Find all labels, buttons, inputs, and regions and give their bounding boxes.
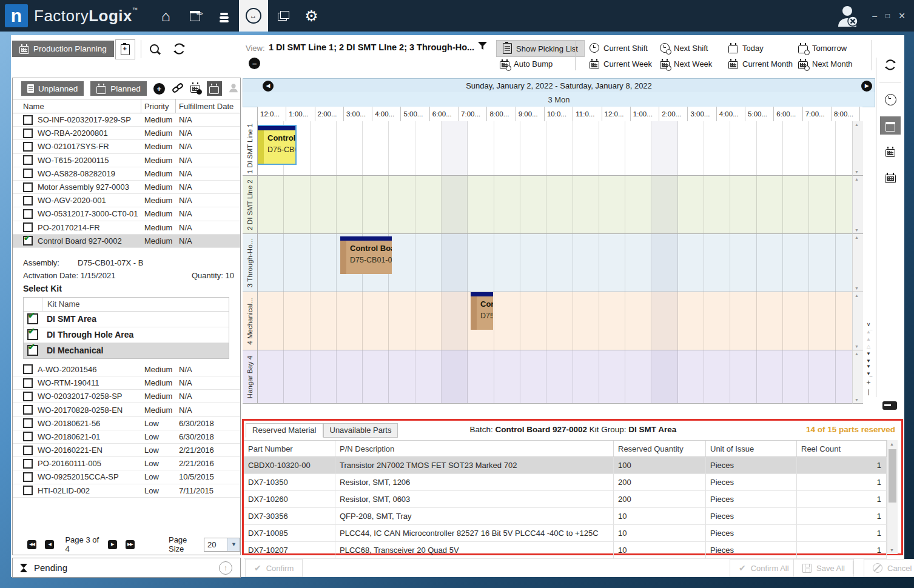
order-checkbox[interactable]: [23, 472, 33, 482]
parts-cell[interactable]: Resistor, SMT, 0603: [335, 491, 614, 508]
gantt-cell[interactable]: [468, 234, 494, 292]
nav-button-next-week[interactable]: Next Week: [660, 56, 728, 72]
add-order-icon[interactable]: +: [153, 83, 165, 95]
gantt-cell[interactable]: [836, 176, 852, 233]
week-view-icon[interactable]: [880, 142, 901, 161]
gantt-cell[interactable]: [573, 176, 599, 233]
gantt-cell[interactable]: [783, 292, 809, 350]
order-checkbox[interactable]: [23, 405, 33, 415]
parts-cell[interactable]: 1: [797, 491, 887, 508]
gantt-cell[interactable]: [311, 234, 337, 292]
gantt-cell[interactable]: [836, 292, 852, 350]
gantt-cell[interactable]: [311, 350, 337, 403]
page-size-select[interactable]: 20 ▼: [204, 538, 240, 552]
remove-circle-icon[interactable]: –: [249, 58, 260, 69]
order-row[interactable]: WO-T615-20200115MediumN/A: [13, 154, 240, 167]
gantt-cell[interactable]: [730, 176, 756, 233]
gantt-cell[interactable]: [599, 176, 625, 233]
gantt-cell[interactable]: [836, 234, 852, 292]
prev-page-icon[interactable]: ◀: [45, 540, 54, 549]
gantt-cell[interactable]: [546, 121, 573, 175]
move-up-icon[interactable]: ▲: [866, 336, 871, 342]
last-page-icon[interactable]: ▶▶: [126, 540, 135, 549]
parts-cell[interactable]: 1: [797, 474, 887, 491]
gantt-cell[interactable]: [415, 350, 442, 403]
gantt-task[interactable]: Control Board 927-0002D75-CB01-07X: [340, 236, 392, 274]
gantt-cell[interactable]: [730, 121, 756, 175]
view-value[interactable]: 1 DI SMT Line 1; 2 DI SMT LIne 2; 3 Thro…: [269, 42, 469, 52]
gantt-cell[interactable]: [258, 350, 284, 403]
gantt-cell[interactable]: [337, 350, 363, 403]
gantt-cell[interactable]: [442, 176, 468, 233]
gantt-cell[interactable]: [651, 121, 677, 175]
gantt-cell[interactable]: [809, 176, 835, 233]
parts-cell[interactable]: Pieces: [706, 474, 797, 491]
order-row[interactable]: WO-20180621-56Low6/30/2018: [13, 417, 240, 430]
parts-cell[interactable]: 200: [614, 474, 706, 491]
gantt-cell[interactable]: [625, 176, 651, 233]
parts-cell[interactable]: Pieces: [706, 491, 797, 508]
gantt-cell[interactable]: [678, 292, 704, 350]
gantt-row-controls[interactable]: ∨ ▲̅ ▲ △ ▼ ▼▼ ▼̲ + ❘: [864, 321, 873, 395]
gantt-cell[interactable]: [809, 234, 835, 292]
order-row[interactable]: WO-02032017-0258-SPMediumN/A: [13, 390, 240, 403]
gantt-cell[interactable]: [757, 350, 783, 403]
kit-row[interactable]: DI Mechanical: [24, 343, 229, 358]
next-page-icon[interactable]: ▶: [108, 540, 117, 549]
gantt-cell[interactable]: [363, 121, 389, 175]
gantt-cell[interactable]: [311, 292, 337, 350]
gantt-cell[interactable]: [258, 234, 284, 292]
gantt-cell[interactable]: [651, 176, 677, 233]
parts-cell[interactable]: 1: [797, 508, 887, 525]
order-checkbox[interactable]: [23, 169, 33, 178]
parts-cell[interactable]: PLCC68, Transceiver 20 Quad 5V: [335, 542, 614, 559]
calendar-check-toggle-icon[interactable]: [207, 81, 222, 96]
parts-cell[interactable]: Transistor 2N7002 TMOS FET SOT23 Marked …: [335, 457, 614, 474]
gantt-task[interactable]: Control Board 927-0002D75-CB01-07X: [258, 126, 295, 164]
gantt-cell[interactable]: [415, 176, 442, 233]
assign-person-icon[interactable]: [229, 83, 238, 95]
maximize-icon[interactable]: □: [885, 12, 890, 20]
kit-row[interactable]: DI SMT Area: [24, 312, 229, 327]
parts-cell[interactable]: CBDX0-10320-00: [244, 457, 335, 474]
parts-cell[interactable]: DX7-10085: [244, 525, 335, 542]
order-checkbox[interactable]: [23, 446, 33, 455]
parts-cell[interactable]: 10: [614, 508, 706, 525]
gantt-cell[interactable]: [415, 234, 442, 292]
order-checkbox[interactable]: [23, 459, 33, 469]
order-checkbox[interactable]: [23, 155, 33, 165]
gantt-cell[interactable]: [704, 121, 730, 175]
gantt-cell[interactable]: [809, 121, 835, 175]
next-week-icon[interactable]: ▶: [861, 81, 872, 92]
parts-cell[interactable]: 1: [797, 542, 887, 559]
gantt-cell[interactable]: [625, 292, 651, 350]
gantt-cell[interactable]: [651, 350, 677, 403]
search-icon[interactable]: [150, 44, 159, 55]
parts-cell[interactable]: 10: [614, 542, 706, 559]
zoom-in-icon[interactable]: +: [866, 378, 870, 387]
order-row[interactable]: WO-09252015CCA-SPLow10/5/2015: [13, 470, 240, 484]
gantt-cell[interactable]: [284, 176, 310, 233]
order-row[interactable]: WO-RBA-20200801MediumN/A: [13, 127, 240, 140]
confirm-button[interactable]: ✔Confirm: [245, 559, 303, 577]
order-checkbox[interactable]: [23, 142, 33, 152]
chevron-down-icon[interactable]: ∨: [867, 321, 871, 327]
order-row[interactable]: HTI-02LID-002Low7/11/2015: [13, 484, 240, 498]
nav-button-current-month[interactable]: Current Month: [728, 56, 798, 72]
gantt-cell[interactable]: [520, 350, 546, 403]
gantt-cell[interactable]: [730, 292, 756, 350]
month-view-icon[interactable]: [880, 169, 901, 187]
show-picking-list-button[interactable]: Show Picking List: [496, 40, 585, 57]
gantt-cell[interactable]: [389, 292, 415, 350]
parts-cell[interactable]: 1: [797, 457, 887, 474]
gantt-cell[interactable]: [494, 121, 520, 175]
gantt-cell[interactable]: [651, 292, 677, 350]
gantt-cell[interactable]: [494, 350, 520, 403]
parts-cell[interactable]: 200: [614, 491, 706, 508]
gantt-row-cells[interactable]: [258, 176, 852, 234]
gantt-cell[interactable]: [468, 350, 494, 403]
gantt-cell[interactable]: [783, 176, 809, 233]
gantt-cell[interactable]: [730, 234, 756, 292]
kit-checkbox[interactable]: [27, 329, 38, 340]
move-down-icon[interactable]: ▼▼: [866, 358, 871, 369]
